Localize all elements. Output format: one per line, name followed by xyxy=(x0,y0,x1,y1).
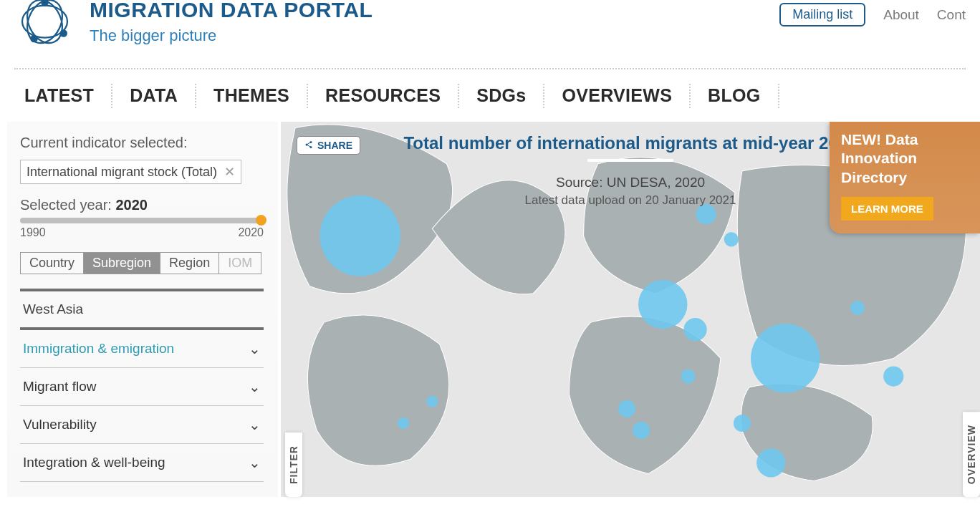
main-nav: LATEST DATA THEMES RESOURCES SDGs OVERVI… xyxy=(0,74,980,122)
slider-thumb[interactable] xyxy=(256,215,266,226)
acc-migrant-flow[interactable]: Migrant flow ⌄ xyxy=(20,368,264,406)
site-tagline: The bigger picture xyxy=(90,26,373,45)
svg-point-5 xyxy=(30,35,38,43)
acc-immigration[interactable]: Immigration & emigration ⌄ xyxy=(20,330,264,368)
promo-box: NEW! Data Innovation Directory LEARN MOR… xyxy=(830,122,980,233)
svg-point-10 xyxy=(751,324,820,393)
svg-point-12 xyxy=(618,400,635,417)
chevron-down-icon: ⌄ xyxy=(249,340,261,357)
share-icon xyxy=(304,140,313,151)
svg-point-21 xyxy=(724,232,739,246)
indicator-chip[interactable]: International migrant stock (Total) ✕ xyxy=(20,160,241,184)
about-link[interactable]: About xyxy=(883,7,919,23)
indicator-label: Current indicator selected: xyxy=(20,135,264,151)
site-title[interactable]: MIGRATION DATA PORTAL xyxy=(90,0,373,22)
year-value: 2020 xyxy=(115,197,148,213)
svg-point-14 xyxy=(734,415,751,432)
svg-point-17 xyxy=(883,366,903,386)
svg-point-8 xyxy=(638,280,687,329)
nav-overviews[interactable]: OVERVIEWS xyxy=(552,79,682,112)
mailing-list-button[interactable]: Mailing list xyxy=(779,3,865,26)
learn-more-button[interactable]: LEARN MORE xyxy=(841,197,933,221)
svg-point-2 xyxy=(21,0,69,49)
geo-tabs: Country Subregion Region IOM xyxy=(20,252,261,274)
indicator-chip-text: International migrant stock (Total) xyxy=(27,165,217,180)
slider-min: 1990 xyxy=(20,226,46,239)
tab-region[interactable]: Region xyxy=(160,253,219,274)
tab-iom[interactable]: IOM xyxy=(219,253,261,274)
map-area[interactable]: SHARE Total number of international migr… xyxy=(281,122,980,497)
nav-themes[interactable]: THEMES xyxy=(203,79,299,112)
selected-year: Selected year: 2020 xyxy=(20,197,264,213)
svg-point-11 xyxy=(681,369,695,384)
contact-link[interactable]: Cont xyxy=(937,7,966,23)
svg-point-16 xyxy=(850,301,865,315)
slider-max: 2020 xyxy=(238,226,264,239)
acc-integration[interactable]: Integration & well-being ⌄ xyxy=(20,444,264,482)
nav-data[interactable]: DATA xyxy=(120,79,188,112)
top-links: Mailing list About Cont xyxy=(779,3,966,26)
overview-tab[interactable]: OVERVIEW xyxy=(963,412,980,497)
logo-icon xyxy=(14,0,75,54)
filter-sidebar: Current indicator selected: Internationa… xyxy=(7,122,278,497)
promo-title: NEW! Data Innovation Directory xyxy=(841,130,969,187)
svg-point-15 xyxy=(756,448,785,477)
year-slider[interactable] xyxy=(20,218,264,223)
divider xyxy=(14,68,966,69)
nav-resources[interactable]: RESOURCES xyxy=(315,79,451,112)
svg-point-9 xyxy=(683,318,706,341)
tab-subregion[interactable]: Subregion xyxy=(84,253,160,274)
filter-tab[interactable]: FILTER xyxy=(285,433,302,497)
tab-country[interactable]: Country xyxy=(21,253,84,274)
category-select[interactable]: West Asia xyxy=(20,291,264,327)
share-button[interactable]: SHARE xyxy=(297,136,360,155)
svg-point-13 xyxy=(633,422,650,439)
acc-vulnerability[interactable]: Vulnerability ⌄ xyxy=(20,406,264,444)
chevron-down-icon: ⌄ xyxy=(249,416,261,433)
svg-point-18 xyxy=(426,396,438,407)
chevron-down-icon: ⌄ xyxy=(249,454,261,471)
chevron-down-icon: ⌄ xyxy=(249,378,261,395)
nav-blog[interactable]: BLOG xyxy=(698,79,770,112)
nav-latest[interactable]: LATEST xyxy=(14,79,104,112)
svg-point-19 xyxy=(398,417,409,429)
svg-point-4 xyxy=(60,29,68,37)
accordion: Immigration & emigration ⌄ Migrant flow … xyxy=(20,330,264,482)
nav-sdgs[interactable]: SDGs xyxy=(466,79,536,112)
brand: MIGRATION DATA PORTAL The bigger picture xyxy=(14,0,373,54)
remove-icon[interactable]: ✕ xyxy=(224,164,235,180)
